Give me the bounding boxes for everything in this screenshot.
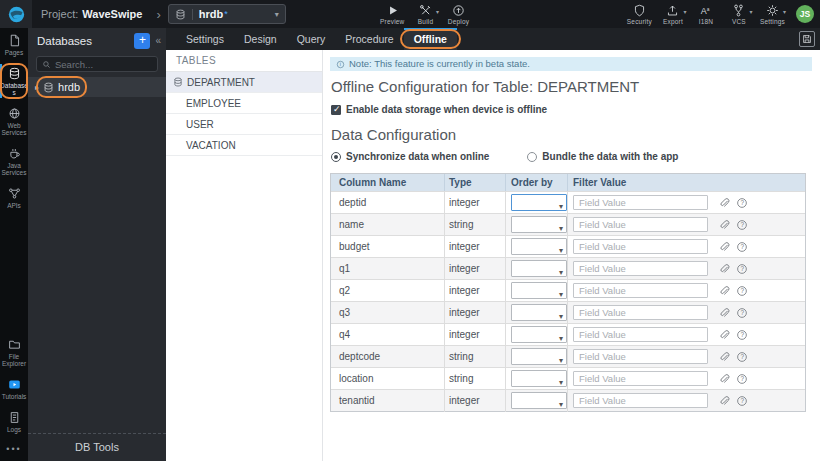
table-list-item[interactable]: EMPLOYEE bbox=[166, 93, 322, 114]
paperclip-icon[interactable] bbox=[718, 219, 730, 231]
column-header: Type bbox=[445, 174, 506, 191]
user-avatar[interactable]: JS bbox=[796, 5, 814, 23]
order-by-select[interactable] bbox=[511, 348, 567, 365]
order-by-select[interactable] bbox=[511, 282, 567, 299]
tab[interactable]: Offline bbox=[404, 28, 457, 50]
column-header: Order by bbox=[506, 174, 568, 191]
topbar-action-button[interactable]: ▾ VCS bbox=[727, 4, 751, 25]
column-type-cell: integer bbox=[445, 390, 506, 412]
table-list-item[interactable]: VACATION bbox=[166, 135, 322, 156]
filter-value-input[interactable] bbox=[573, 393, 708, 408]
order-by-select[interactable] bbox=[511, 216, 567, 233]
filter-value-input[interactable] bbox=[573, 327, 708, 342]
paperclip-icon[interactable] bbox=[718, 263, 730, 275]
topbar-action-button[interactable]: ▾ Settings bbox=[760, 4, 785, 25]
rail-nav-item[interactable]: Web Services bbox=[0, 101, 28, 141]
filter-value-input[interactable] bbox=[573, 283, 708, 298]
question-help-icon[interactable] bbox=[736, 329, 748, 341]
table-row: tenantid integer bbox=[331, 389, 805, 411]
paperclip-icon[interactable] bbox=[718, 307, 730, 319]
action-label: Security bbox=[627, 18, 652, 25]
tab[interactable]: Query bbox=[287, 28, 336, 50]
question-help-icon[interactable] bbox=[736, 241, 748, 253]
filter-value-input[interactable] bbox=[573, 261, 708, 276]
rail-item-icon bbox=[8, 338, 21, 351]
column-type-cell: integer bbox=[445, 302, 506, 324]
database-selector-dropdown[interactable]: hrdb * ▾ bbox=[168, 4, 286, 24]
column-name-cell: q4 bbox=[331, 324, 445, 346]
filter-value-input[interactable] bbox=[573, 239, 708, 254]
topbar-action-button[interactable]: I18N bbox=[694, 4, 718, 25]
collapse-panel-icon[interactable]: « bbox=[155, 35, 161, 46]
paperclip-icon[interactable] bbox=[718, 373, 730, 385]
topbar-action-button[interactable]: Preview bbox=[380, 4, 405, 25]
order-by-select[interactable] bbox=[511, 370, 567, 387]
question-help-icon[interactable] bbox=[736, 197, 748, 209]
table-list-item[interactable]: DEPARTMENT bbox=[166, 72, 322, 93]
modified-indicator: * bbox=[224, 9, 228, 19]
paperclip-icon[interactable] bbox=[718, 197, 730, 209]
rail-nav-item[interactable]: Tutorials bbox=[0, 372, 28, 405]
wavemaker-studio: Project:WaveSwipe › hrdb * ▾ Preview ▾ B… bbox=[0, 0, 820, 461]
question-help-icon[interactable] bbox=[736, 351, 748, 363]
rail-nav-item[interactable]: Logs bbox=[0, 405, 28, 438]
action-icon bbox=[419, 4, 432, 17]
offline-columns-table: Column Name Type Order by Filter Value d… bbox=[330, 173, 806, 412]
tab[interactable]: Procedure bbox=[335, 28, 403, 50]
question-help-icon[interactable] bbox=[736, 307, 748, 319]
wavemaker-logo[interactable] bbox=[0, 0, 32, 28]
paperclip-icon[interactable] bbox=[718, 285, 730, 297]
filter-value-input[interactable] bbox=[573, 195, 708, 210]
tab[interactable]: Design bbox=[234, 28, 287, 50]
topbar-action-button[interactable]: Security bbox=[627, 4, 652, 25]
order-by-select[interactable] bbox=[511, 326, 567, 343]
save-button[interactable] bbox=[799, 31, 815, 47]
question-help-icon[interactable] bbox=[736, 373, 748, 385]
action-label: Build bbox=[418, 18, 433, 25]
order-by-select[interactable] bbox=[511, 392, 567, 409]
order-by-select[interactable] bbox=[511, 304, 567, 321]
rail-item-icon bbox=[8, 187, 21, 200]
rail-nav-item[interactable]: File Explorer bbox=[0, 332, 28, 372]
database-item-hrdb[interactable]: ▸ hrdb bbox=[28, 77, 166, 97]
question-help-icon[interactable] bbox=[736, 219, 748, 231]
rail-nav-item[interactable]: Java Services bbox=[0, 141, 28, 181]
paperclip-icon[interactable] bbox=[718, 329, 730, 341]
database-search-box bbox=[36, 56, 158, 72]
filter-value-input[interactable] bbox=[573, 371, 708, 386]
tab[interactable]: Settings bbox=[176, 28, 234, 50]
order-by-select[interactable] bbox=[511, 238, 567, 255]
paperclip-icon[interactable] bbox=[718, 395, 730, 407]
enable-offline-checkbox[interactable] bbox=[331, 105, 341, 115]
question-help-icon[interactable] bbox=[736, 285, 748, 297]
sync-option-radio[interactable]: Synchronize data when online bbox=[331, 151, 489, 162]
question-help-icon[interactable] bbox=[736, 395, 748, 407]
sync-option-label: Bundle the data with the app bbox=[542, 151, 678, 162]
topbar-action-button[interactable]: ▾ Build bbox=[414, 4, 438, 25]
order-by-select[interactable] bbox=[511, 260, 567, 277]
topbar-action-button[interactable]: Deploy bbox=[447, 4, 471, 25]
rail-nav-item[interactable]: APIs bbox=[0, 181, 28, 214]
databases-panel-title: Databases bbox=[37, 35, 134, 47]
database-search-input[interactable] bbox=[55, 59, 152, 70]
table-header-row: Column Name Type Order by Filter Value bbox=[331, 174, 805, 191]
rail-nav-item[interactable]: Databases bbox=[0, 61, 28, 101]
rail-item-label: Java Services bbox=[0, 162, 28, 176]
rail-overflow-button[interactable]: ••• bbox=[6, 438, 21, 461]
paperclip-icon[interactable] bbox=[718, 351, 730, 363]
order-by-select[interactable] bbox=[511, 194, 567, 211]
paperclip-icon[interactable] bbox=[718, 241, 730, 253]
rail-nav-item[interactable]: Pages bbox=[0, 28, 28, 61]
expander-icon[interactable]: ▸ bbox=[35, 83, 39, 92]
add-database-button[interactable]: + bbox=[134, 33, 150, 49]
db-tools-button[interactable]: DB Tools bbox=[28, 433, 166, 461]
sync-option-radio[interactable]: Bundle the data with the app bbox=[527, 151, 678, 162]
topbar-action-button[interactable]: ▾ Export bbox=[661, 4, 685, 25]
filter-value-input[interactable] bbox=[573, 217, 708, 232]
question-help-icon[interactable] bbox=[736, 263, 748, 275]
filter-value-input[interactable] bbox=[573, 305, 708, 320]
filter-value-input[interactable] bbox=[573, 349, 708, 364]
column-name-cell: q3 bbox=[331, 302, 445, 324]
sync-option-label: Synchronize data when online bbox=[346, 151, 489, 162]
table-list-item[interactable]: USER bbox=[166, 114, 322, 135]
